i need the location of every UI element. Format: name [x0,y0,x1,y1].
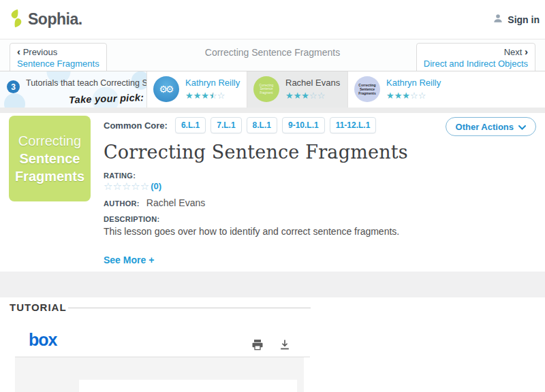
tutorial-2-info: Rachel Evans ★★★☆☆ [285,76,340,108]
section-divider-band [0,272,545,297]
print-icon[interactable] [251,338,264,352]
gears-icon: ⚙⚙ [160,84,172,95]
tutorial-1-avatar: ⚙⚙ [153,76,179,102]
next-lesson-title: Direct and Indirect Objects [424,58,528,69]
tutorial-card-2-selected[interactable]: Correcting Sentence Fragment Rachel Evan… [247,71,347,108]
standard-chip[interactable]: 9-10.L.1 [282,117,325,133]
author-label: AUTHOR: [104,199,140,208]
person-icon [493,13,503,26]
lesson-nav: ‹ Previous Sentence Fragments Correcting… [0,39,545,71]
sign-in-label: Sign in [508,14,540,25]
standard-chip[interactable]: 6.L.1 [175,117,206,133]
lesson-rating-stars: ☆☆☆☆☆ [104,181,149,191]
tutorial-3-info: Kathryn Reilly ★★★☆☆ [386,76,441,108]
lesson-thumbnail: Correcting Sentence Fragments [9,116,91,201]
author-name: Rachel Evans [146,197,205,208]
lesson-body: Common Core: 6.L.1 7.L.1 8.L.1 9-10.L.1 … [104,117,436,266]
tutorial-count-badge: 3 [7,80,20,93]
standard-chip[interactable]: 8.L.1 [247,117,277,133]
tutorial-heading: TUTORIAL [10,301,67,313]
page: Sophia. Sign in ‹ Previous Sentence Frag… [0,0,545,392]
tutorial-2-author-name: Rachel Evans [285,78,340,88]
other-actions-button[interactable]: Other Actions [446,117,536,136]
top-bar: Sophia. Sign in [0,0,545,39]
picker-intro: 3 Tutorials that teach Correcting S Take… [0,71,146,108]
tutorial-3-author-link[interactable]: Kathryn Reilly [386,78,441,88]
chevron-right-icon: › [525,46,528,57]
standard-chip[interactable]: 11-12.L.1 [330,117,377,133]
tile-line: Sentence [9,150,91,167]
sophia-logo[interactable]: Sophia. [8,9,82,31]
common-core-label: Common Core: [104,120,168,131]
tile-line: Fragments [9,167,91,185]
lesson-header: Correcting Sentence Fragments Common Cor… [0,113,545,272]
box-logo: box [29,331,57,348]
author-section: AUTHOR: Rachel Evans [104,197,436,208]
other-actions-label: Other Actions [456,122,514,132]
rating-label: RATING: [104,172,436,180]
tutorial-1-rating-stars: ★★★☆★☆ [185,91,240,100]
tutorial-3-avatar: Correcting Sentence Fragments [354,76,380,102]
chevron-down-icon [518,122,526,132]
sign-in-button[interactable]: Sign in [493,13,540,26]
see-more-link[interactable]: See More + [104,255,154,265]
rating-section: RATING: ☆☆☆☆☆ (0) [104,172,436,191]
common-core-row: Common Core: 6.L.1 7.L.1 8.L.1 9-10.L.1 … [104,117,436,133]
tutorial-2-avatar-text: Correcting Sentence Fragment [255,84,277,95]
description-label: DESCRIPTION: [104,215,436,223]
sophia-wordmark: Sophia. [28,10,82,29]
tutorial-card-3[interactable]: Correcting Sentence Fragments Kathryn Re… [347,71,545,108]
description-text: This lesson goes over how to identify an… [104,226,436,237]
next-lesson-button[interactable]: Next › Direct and Indirect Objects [416,43,535,74]
divider [0,108,545,113]
picker-tagline: Take your pick: [68,92,144,105]
standard-chip[interactable]: 7.L.1 [211,117,241,133]
tutorial-3-rating-stars: ★★★☆☆ [386,91,441,100]
tutorial-1-author-link[interactable]: Kathryn Reilly [185,78,240,88]
previous-lesson-title: Sentence Fragments [17,58,99,69]
tutorial-picker: 3 Tutorials that teach Correcting S Take… [0,71,545,108]
rating-count[interactable]: (0) [151,181,161,191]
heading-rule [68,308,311,308]
document-preview-area[interactable] [15,357,304,392]
picker-heading: Tutorials that teach Correcting S [26,78,146,88]
next-label: Next [504,47,523,57]
tutorial-1-info: Kathryn Reilly ★★★☆★☆ [185,76,240,108]
tutorial-2-avatar: Correcting Sentence Fragment [253,76,279,102]
tutorial-3-avatar-text: Correcting Sentence Fragments [356,83,379,95]
tile-line: Correcting [9,132,91,150]
tutorial-section: TUTORIAL box [0,297,545,392]
document-page [79,380,297,392]
sophia-leaf-icon [8,9,25,31]
download-icon[interactable] [278,338,292,352]
page-title: Correcting Sentence Fragments [104,142,436,163]
tutorial-card-1[interactable]: ⚙⚙ Kathryn Reilly ★★★☆★☆ [146,71,247,108]
tutorial-2-rating-stars: ★★★☆☆ [285,91,340,100]
